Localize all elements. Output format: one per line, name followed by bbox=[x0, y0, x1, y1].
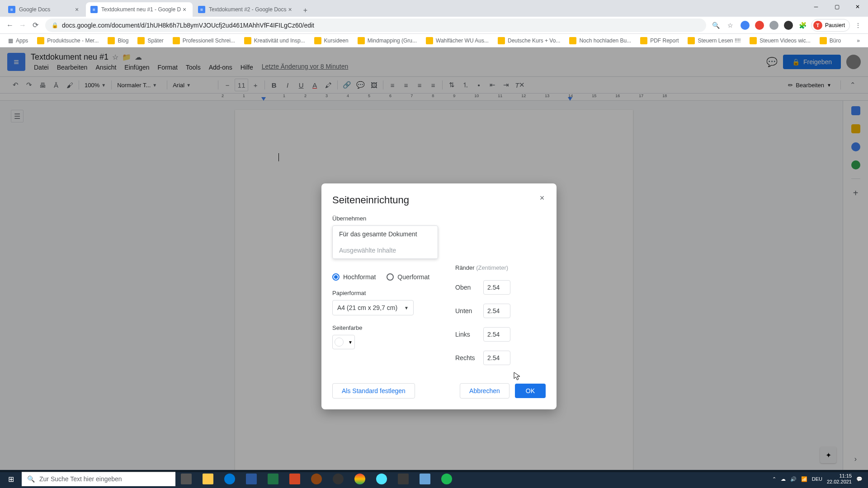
close-icon[interactable]: × bbox=[287, 6, 294, 13]
volume-icon[interactable]: 🔊 bbox=[790, 476, 797, 482]
back-button[interactable]: ← bbox=[4, 19, 16, 32]
dropdown-option-whole-document[interactable]: Für das gesamte Dokument bbox=[333, 226, 438, 242]
language-indicator[interactable]: DEU bbox=[812, 476, 822, 482]
search-placeholder: Zur Suche Text hier eingeben bbox=[39, 475, 122, 483]
apps-icon: ▦ bbox=[8, 38, 13, 44]
obs-icon[interactable] bbox=[327, 470, 349, 488]
extensions-menu-icon[interactable]: 🧩 bbox=[797, 19, 809, 32]
ok-button[interactable]: OK bbox=[515, 384, 546, 398]
folder-icon bbox=[137, 37, 145, 44]
notepad-icon[interactable] bbox=[414, 470, 436, 488]
margins-label: Ränder (Zentimeter) bbox=[455, 264, 546, 271]
extension-icon[interactable] bbox=[739, 19, 751, 32]
address-bar: ← → ⟳ 🔒 docs.google.com/document/d/1hUH8… bbox=[0, 17, 868, 34]
excel-icon[interactable] bbox=[262, 470, 284, 488]
margin-left-input[interactable] bbox=[483, 327, 510, 342]
folder-icon bbox=[820, 37, 827, 44]
bookmark-item[interactable]: Büro bbox=[817, 35, 844, 46]
extension-icon[interactable] bbox=[753, 19, 766, 32]
file-explorer-icon[interactable] bbox=[197, 470, 219, 488]
bookmark-item[interactable]: Produktsuche - Mer... bbox=[34, 35, 101, 46]
bookmark-item[interactable]: Deutsche Kurs + Vo... bbox=[495, 35, 563, 46]
task-view-button[interactable] bbox=[175, 470, 197, 488]
browser-tab[interactable]: ≡ Google Docs × bbox=[4, 2, 85, 17]
profile-avatar: T bbox=[813, 21, 822, 30]
app-icon[interactable] bbox=[306, 470, 327, 488]
paper-size-select[interactable]: A4 (21 cm x 29,7 cm) ▼ bbox=[332, 300, 414, 315]
edge-icon[interactable] bbox=[219, 470, 241, 488]
margin-left-label: Links bbox=[455, 331, 478, 338]
folder-icon bbox=[37, 37, 44, 44]
taskbar-search[interactable]: 🔍 Zur Suche Text hier eingeben bbox=[22, 472, 175, 486]
margin-bottom-input[interactable] bbox=[483, 304, 510, 318]
clock[interactable]: 11:15 22.02.2021 bbox=[827, 473, 852, 485]
powerpoint-icon[interactable] bbox=[284, 470, 306, 488]
bookmark-item[interactable]: PDF Report bbox=[637, 35, 681, 46]
profile-chip[interactable]: T Pausiert bbox=[811, 19, 850, 32]
close-icon[interactable]: × bbox=[181, 6, 188, 13]
orientation-portrait-radio[interactable]: Hochformat bbox=[332, 273, 376, 281]
reload-button[interactable]: ⟳ bbox=[29, 19, 42, 32]
bookmark-star-icon[interactable]: ☆ bbox=[724, 19, 737, 32]
browser-tab[interactable]: ≡ Textdokument #2 - Google Docs × bbox=[193, 2, 298, 17]
chrome-menu-icon[interactable]: ⋮ bbox=[852, 19, 864, 32]
close-window-button[interactable]: ✕ bbox=[847, 0, 868, 14]
tray-chevron-icon[interactable]: ⌃ bbox=[772, 476, 776, 482]
bookmark-item[interactable]: Später bbox=[135, 35, 166, 46]
search-icon: 🔍 bbox=[27, 475, 35, 483]
bookmark-item[interactable]: Kreativität und Insp... bbox=[241, 35, 308, 46]
edge-app-icon[interactable] bbox=[371, 470, 392, 488]
forward-button[interactable]: → bbox=[16, 19, 29, 32]
app-icon[interactable] bbox=[392, 470, 414, 488]
bookmark-item[interactable]: Mindmapping (Gru... bbox=[355, 35, 420, 46]
bookmark-item[interactable]: Steuern Lesen !!!! bbox=[685, 35, 743, 46]
set-as-default-button[interactable]: Als Standard festlegen bbox=[332, 383, 415, 399]
word-icon[interactable] bbox=[241, 470, 262, 488]
system-tray: ⌃ ☁ 🔊 📶 DEU 11:15 22.02.2021 💬 bbox=[772, 473, 868, 485]
chrome-icon[interactable] bbox=[349, 470, 371, 488]
new-tab-button[interactable]: + bbox=[299, 4, 312, 17]
dialog-close-button[interactable]: × bbox=[537, 192, 547, 203]
maximize-button[interactable]: ▢ bbox=[826, 0, 847, 14]
docs-favicon: ≡ bbox=[8, 6, 15, 13]
orientation-landscape-radio[interactable]: Querformat bbox=[387, 273, 429, 281]
onedrive-icon[interactable]: ☁ bbox=[781, 476, 786, 482]
zoom-icon[interactable]: 🔍 bbox=[710, 19, 722, 32]
page-color-select[interactable]: ▼ bbox=[332, 335, 355, 349]
bookmark-item[interactable]: Professionell Schrei... bbox=[170, 35, 238, 46]
extension-icon[interactable] bbox=[782, 19, 795, 32]
mouse-cursor-icon bbox=[514, 372, 521, 381]
folder-icon bbox=[569, 37, 576, 44]
apply-to-label: Übernehmen bbox=[332, 215, 546, 222]
folder-icon bbox=[426, 37, 433, 44]
wifi-icon[interactable]: 📶 bbox=[801, 476, 807, 482]
close-icon[interactable]: × bbox=[73, 6, 80, 13]
windows-taskbar: ⊞ 🔍 Zur Suche Text hier eingeben ⌃ ☁ 🔊 📶… bbox=[0, 470, 868, 488]
cancel-button[interactable]: Abbrechen bbox=[460, 383, 509, 399]
minimize-button[interactable]: ─ bbox=[806, 0, 826, 14]
folder-icon bbox=[244, 37, 251, 44]
url-input[interactable]: 🔒 docs.google.com/document/d/1hUH8k6h7Lb… bbox=[45, 19, 706, 32]
extension-icon[interactable] bbox=[768, 19, 780, 32]
apps-shortcut[interactable]: ▦Apps bbox=[5, 36, 31, 46]
bookmark-item[interactable]: Noch hochladen Bu... bbox=[566, 35, 634, 46]
bookmarks-overflow[interactable]: » bbox=[854, 36, 863, 46]
bookmark-item[interactable]: Kursideen bbox=[311, 35, 351, 46]
url-text: docs.google.com/document/d/1hUH8k6h7Lb8y… bbox=[62, 22, 314, 29]
chevron-down-icon: ▼ bbox=[348, 340, 353, 345]
spotify-icon[interactable] bbox=[436, 470, 458, 488]
notifications-icon[interactable]: 💬 bbox=[856, 476, 863, 482]
margin-right-input[interactable] bbox=[483, 351, 510, 365]
start-button[interactable]: ⊞ bbox=[0, 470, 22, 488]
page-color-label: Seitenfarbe bbox=[332, 324, 455, 331]
apply-to-dropdown: Für das gesamte Dokument Ausgewählte Inh… bbox=[332, 225, 438, 259]
browser-tab-active[interactable]: ≡ Textdokument neu #1 - Google D × bbox=[86, 2, 193, 17]
bookmark-item[interactable]: Steuern Videos wic... bbox=[747, 35, 813, 46]
bookmarks-bar: ▦Apps Produktsuche - Mer... Blog Später … bbox=[0, 34, 868, 47]
bookmark-item[interactable]: Blog bbox=[105, 35, 131, 46]
folder-icon bbox=[640, 37, 647, 44]
margin-top-input[interactable] bbox=[483, 280, 510, 295]
bookmark-item[interactable]: Wahlfächer WU Aus... bbox=[423, 35, 491, 46]
folder-icon bbox=[173, 37, 180, 44]
docs-app: ≡ Textdokument neu #1 ☆ 📁 ☁ Datei Bearbe… bbox=[0, 47, 868, 472]
